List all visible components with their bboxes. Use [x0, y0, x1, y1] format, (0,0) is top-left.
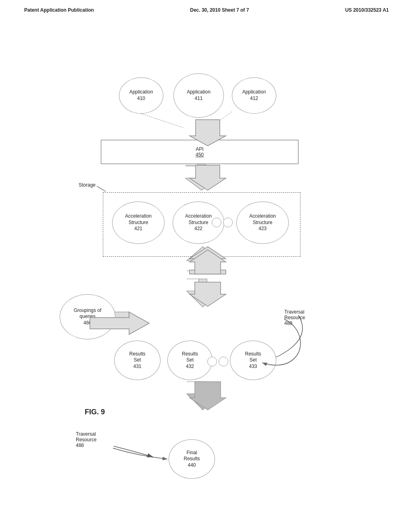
accel422-label: AccelerationStructure422: [185, 213, 212, 232]
accel423-label: AccelerationStructure423: [249, 213, 276, 232]
fig9-label: FIG. 9: [85, 408, 105, 416]
application-410: Application410: [119, 77, 163, 114]
small-circle-bot-2: [219, 357, 228, 366]
header-center: Dec. 30, 2010 Sheet 7 of 7: [190, 7, 249, 13]
small-circle-top-1: [212, 218, 221, 227]
storage-arrow: [97, 184, 109, 192]
header-left: Patent Application Publication: [24, 7, 94, 13]
api-450: API450: [101, 140, 298, 164]
groupings-of-queries-460: Groupings ofqueries460: [60, 294, 115, 339]
results433-label: ResultsSet433: [245, 351, 261, 370]
app411-label: Application411: [187, 89, 211, 102]
header-right: US 2010/332523 A1: [345, 7, 389, 13]
small-circle-bot-1: [207, 357, 217, 366]
small-circle-top-2: [223, 218, 233, 227]
application-411: Application411: [173, 73, 224, 118]
results432-label: ResultsSet432: [182, 351, 198, 370]
results-set-432: ResultsSet432: [167, 341, 213, 380]
svg-marker-17: [190, 282, 226, 306]
diagram-container: Application410 Application411 Applicatio…: [0, 21, 413, 513]
final-results-440: FinalResults440: [169, 439, 215, 479]
traversal-resource-488-bottom: TraversalResource488: [76, 431, 96, 448]
api-450-label: API450: [196, 146, 204, 158]
application-412: Application412: [232, 77, 276, 114]
results431-label: ResultsSet431: [129, 351, 145, 370]
svg-marker-8: [187, 382, 219, 410]
app410-label: Application410: [129, 89, 153, 102]
results-set-431: ResultsSet431: [114, 341, 161, 380]
acceleration-structure-423: AccelerationStructure423: [236, 202, 289, 244]
svg-line-11: [97, 186, 106, 191]
svg-line-10: [210, 112, 232, 128]
accel421-label: AccelerationStructure421: [125, 213, 152, 232]
svg-marker-14: [190, 165, 226, 190]
groupings-label: Groupings ofqueries460: [74, 308, 102, 326]
final-results-label: FinalResults440: [184, 450, 200, 469]
storage-label: Storage: [79, 182, 96, 188]
app412-label: Application412: [242, 89, 266, 102]
traversal-resource-488-top: TraversalResource488: [284, 309, 305, 326]
acceleration-structure-421: AccelerationStructure421: [112, 202, 165, 244]
results-set-433: ResultsSet433: [230, 341, 276, 380]
page-header: Patent Application Publication Dec. 30, …: [0, 0, 413, 17]
svg-line-9: [141, 114, 184, 128]
svg-marker-5: [187, 279, 219, 307]
svg-marker-3: [186, 165, 218, 190]
svg-marker-19: [190, 382, 226, 410]
